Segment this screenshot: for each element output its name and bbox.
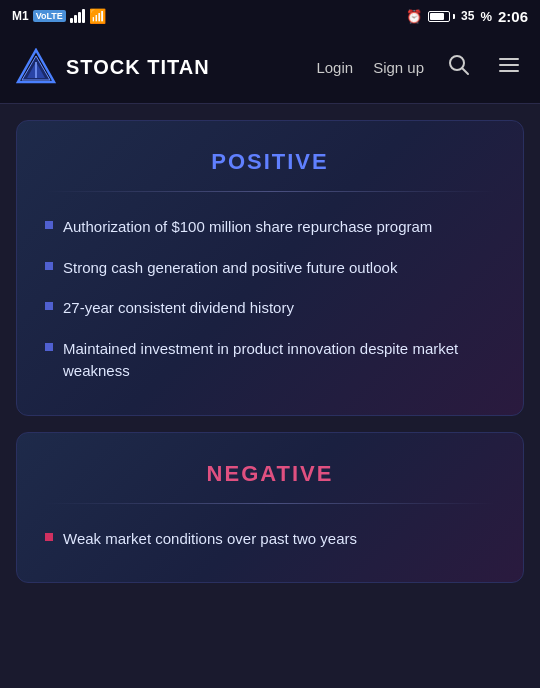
alarm-icon: ⏰	[406, 9, 422, 24]
list-item-text: Strong cash generation and positive futu…	[63, 257, 397, 280]
network-label: VoLTE	[33, 10, 66, 22]
bullet-icon	[45, 533, 53, 541]
wifi-icon: 📶	[89, 8, 106, 24]
list-item-text: 27-year consistent dividend history	[63, 297, 294, 320]
status-left: M1 VoLTE 📶	[12, 8, 106, 24]
status-right: ⏰ 35% 2:06	[406, 8, 528, 25]
svg-line-5	[462, 68, 468, 74]
negative-card: Negative Weak market conditions over pas…	[16, 432, 524, 584]
signup-link[interactable]: Sign up	[373, 59, 424, 76]
negative-divider	[45, 503, 495, 504]
carrier-label: M1	[12, 9, 29, 23]
time-display: 2:06	[498, 8, 528, 25]
battery-display	[428, 11, 455, 22]
positive-list: Authorization of $100 million share repu…	[45, 216, 495, 383]
search-icon[interactable]	[444, 50, 474, 85]
bullet-icon	[45, 302, 53, 310]
brand-name: STOCK TITAN	[66, 56, 210, 79]
positive-divider	[45, 191, 495, 192]
main-content: Positive Authorization of $100 million s…	[0, 104, 540, 615]
login-link[interactable]: Login	[316, 59, 353, 76]
negative-title: Negative	[45, 461, 495, 487]
bullet-icon	[45, 262, 53, 270]
list-item-text: Maintained investment in product innovat…	[63, 338, 495, 383]
nav-links: Login Sign up	[316, 50, 524, 85]
battery-percent: 35	[461, 9, 474, 23]
list-item: Weak market conditions over past two yea…	[45, 528, 495, 551]
list-item-text: Weak market conditions over past two yea…	[63, 528, 357, 551]
battery-icon	[428, 11, 450, 22]
bullet-icon	[45, 221, 53, 229]
list-item: Maintained investment in product innovat…	[45, 338, 495, 383]
menu-icon[interactable]	[494, 50, 524, 85]
bullet-icon	[45, 343, 53, 351]
list-item: Strong cash generation and positive futu…	[45, 257, 495, 280]
negative-list: Weak market conditions over past two yea…	[45, 528, 495, 551]
logo-container: STOCK TITAN	[16, 48, 316, 88]
list-item-text: Authorization of $100 million share repu…	[63, 216, 432, 239]
status-bar: M1 VoLTE 📶 ⏰ 35% 2:06	[0, 0, 540, 32]
positive-title: Positive	[45, 149, 495, 175]
signal-icon	[70, 9, 85, 23]
list-item: 27-year consistent dividend history	[45, 297, 495, 320]
logo-icon	[16, 48, 56, 88]
list-item: Authorization of $100 million share repu…	[45, 216, 495, 239]
positive-card: Positive Authorization of $100 million s…	[16, 120, 524, 416]
navbar: STOCK TITAN Login Sign up	[0, 32, 540, 104]
